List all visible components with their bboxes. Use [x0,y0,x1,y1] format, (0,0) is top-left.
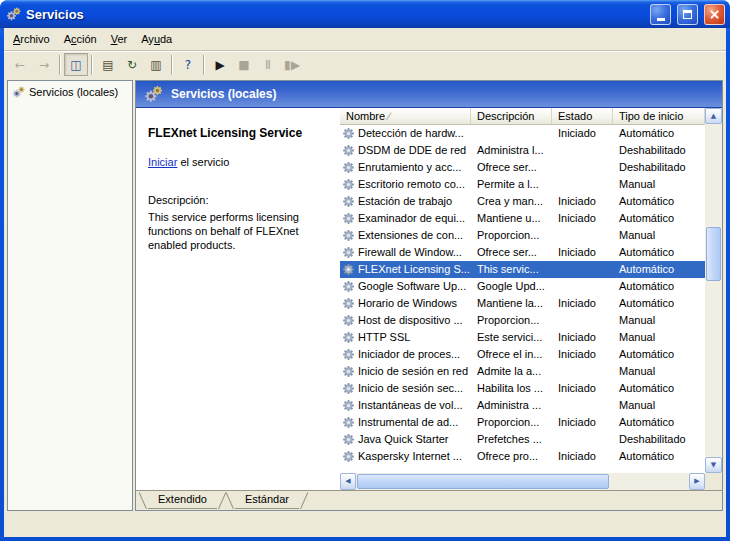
service-name: FLEXnet Licensing S... [358,261,470,278]
column-header-descripcion[interactable]: Descripción [471,108,552,125]
close-button[interactable]: × [704,4,725,25]
refresh-button[interactable]: ↻ [120,53,144,76]
extended-view: FLEXnet Licensing Service Iniciar el ser… [136,108,722,490]
service-startup-type: Automático [613,414,705,431]
service-row[interactable]: Escritorio remoto co... Permite a l... M… [340,176,705,193]
show-hide-console-tree-button[interactable]: ◫ [64,53,88,76]
service-row[interactable]: Examinador de equi... Mantiene u... Inic… [340,210,705,227]
service-description: Ofrece ser... [471,159,552,176]
service-status [552,397,613,414]
service-row[interactable]: Instrumental de ad... Proporcion... Inic… [340,414,705,431]
service-name-cell: Instrumental de ad... [340,414,471,431]
tab-extendido[interactable]: Extendido [148,491,217,509]
help-icon: ? [185,59,191,71]
service-row[interactable]: FLEXnet Licensing S... This servic... Au… [340,261,705,278]
back-button[interactable]: ← [8,53,32,76]
tree-item-servicios-locales[interactable]: Servicios (locales) [10,84,130,100]
column-header-nombre[interactable]: Nombre ∕ [340,108,471,125]
service-row[interactable]: Extensiones de con... Proporcion... Manu… [340,227,705,244]
service-row[interactable]: HTTP SSL Este servici... Iniciado Manual [340,329,705,346]
service-row[interactable]: Detección de hardw... Iniciado Automátic… [340,125,705,142]
start-service-icon: ▶ [215,59,224,71]
service-gear-icon [342,161,355,174]
service-description: Ofrece el in... [471,346,552,363]
services-window: Servicios × ArchivoAcciónVerAyuda ←→◫▤↻▥… [0,0,730,541]
service-gear-icon [342,144,355,157]
service-status: Iniciado [552,193,613,210]
scroll-right-button[interactable]: ▶ [689,473,705,490]
service-name-cell: Escritorio remoto co... [340,176,471,193]
horizontal-scrollbar[interactable]: ◀ ▶ [340,473,705,490]
toolbar-separator [59,55,61,75]
show-hide-console-tree-icon: ◫ [70,59,81,71]
service-row[interactable]: DSDM de DDE de red Administra l... Desha… [340,142,705,159]
service-description: Ofrece ser... [471,244,552,261]
start-service-link[interactable]: Iniciar [148,156,177,168]
pause-service-button[interactable]: Ⅱ [256,53,280,76]
service-status [552,363,613,380]
start-service-button[interactable]: ▶ [208,53,232,76]
menu-item-ver[interactable]: Ver [104,30,135,48]
service-startup-type: Automático [613,448,705,465]
export-list-button[interactable]: ▥ [144,53,168,76]
service-description: Ofrece pro... [471,448,552,465]
service-row[interactable]: Enrutamiento y acc... Ofrece ser... Desh… [340,159,705,176]
vertical-scroll-thumb[interactable] [706,227,721,281]
column-header-estado[interactable]: Estado [552,108,613,125]
service-row[interactable]: Firewall de Window... Ofrece ser... Inic… [340,244,705,261]
service-description: Este servici... [471,329,552,346]
service-gear-icon [342,331,355,344]
vertical-scrollbar[interactable]: ▲ ▼ [705,108,722,473]
service-action-line: Iniciar el servicio [148,156,330,168]
service-row[interactable]: Inicio de sesión sec... Habilita los ...… [340,380,705,397]
properties-icon: ▤ [102,59,113,71]
menu-item-accion[interactable]: Acción [57,30,104,48]
services-header-icon [144,84,164,104]
service-gear-icon [342,416,355,429]
service-row[interactable]: Horario de Windows Mantiene la... Inicia… [340,295,705,312]
menu-item-label: A [64,33,71,45]
service-description: Mantiene la... [471,295,552,312]
main-panel: Servicios (locales) FLEXnet Licensing Se… [135,80,723,511]
arrow-down-icon: ▼ [711,462,716,469]
scroll-down-button[interactable]: ▼ [705,457,722,473]
horizontal-scroll-thumb[interactable] [357,474,609,489]
service-row[interactable]: Kaspersky Internet ... Ofrece pro... Ini… [340,448,705,465]
service-name-cell: Instantáneas de vol... [340,397,471,414]
service-row[interactable]: Estación de trabajo Crea y man... Inicia… [340,193,705,210]
menu-item-archivo[interactable]: Archivo [6,30,57,48]
maximize-button[interactable] [677,4,698,25]
menu-item-label: ción [77,33,97,45]
stop-service-button[interactable]: ■ [232,53,256,76]
column-header-tipo-de-inicio[interactable]: Tipo de inicio [613,108,705,125]
list-header: Nombre ∕ Descripción Estado Tipo de inic… [340,108,705,125]
menu-item-ayuda[interactable]: Ayuda [134,30,179,48]
service-gear-icon [342,348,355,361]
service-gear-icon [342,212,355,225]
service-name: Escritorio remoto co... [358,176,465,193]
service-row[interactable]: Iniciador de proces... Ofrece el in... I… [340,346,705,363]
title-bar[interactable]: Servicios × [0,0,730,28]
service-description: Google Upd... [471,278,552,295]
forward-button[interactable]: → [32,53,56,76]
service-description: Proporcion... [471,414,552,431]
service-row[interactable]: Inicio de sesión en red Admite la a... M… [340,363,705,380]
service-row[interactable]: Host de dispositivo ... Proporcion... Ma… [340,312,705,329]
service-row[interactable]: Google Software Up... Google Upd... Auto… [340,278,705,295]
minimize-button[interactable] [650,4,671,25]
service-name-cell: Firewall de Window... [340,244,471,261]
toolbar-separator [171,55,173,75]
tab-estandar[interactable]: Estándar [235,491,299,509]
scroll-left-button[interactable]: ◀ [340,473,356,490]
properties-button[interactable]: ▤ [96,53,120,76]
service-row[interactable]: Instantáneas de vol... Administra ... Ma… [340,397,705,414]
service-gear-icon [342,127,355,140]
scroll-up-button[interactable]: ▲ [705,108,722,124]
service-name-cell: Examinador de equi... [340,210,471,227]
service-gear-icon [342,229,355,242]
help-button[interactable]: ? [176,53,200,76]
service-row[interactable]: Java Quick Starter Prefetches ... Deshab… [340,431,705,448]
service-startup-type: Deshabilitado [613,159,705,176]
restart-service-button[interactable]: ▮▶ [280,53,304,76]
service-gear-icon [342,382,355,395]
